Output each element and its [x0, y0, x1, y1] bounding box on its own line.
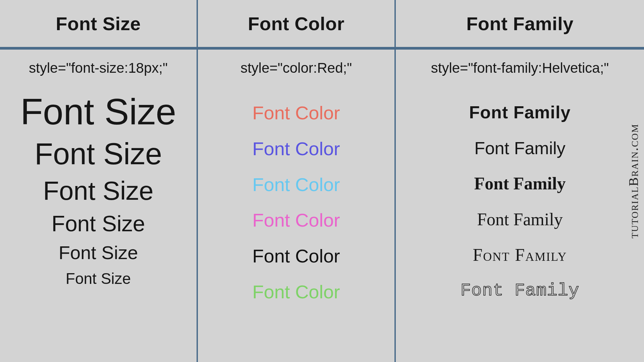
sample-font-family-6: Font Family [461, 282, 579, 300]
column-font-family: Font Family style="font-family:Helvetica… [396, 0, 644, 362]
header-font-color: Font Color [198, 0, 394, 50]
sample-font-family-1: Font Family [469, 103, 571, 122]
sample-font-color-5: Font Color [252, 246, 340, 266]
watermark: tutorialBrain.com [626, 124, 641, 238]
sample-font-size-3: Font Size [43, 178, 153, 204]
column-font-color: Font Color style="color:Red;" Font Color… [198, 0, 396, 362]
sample-font-size-2: Font Size [35, 139, 162, 169]
column-font-size: Font Size style="font-size:18px;" Font S… [0, 0, 198, 362]
samples-font-size: Font Size Font Size Font Size Font Size … [0, 86, 197, 286]
code-font-color: style="color:Red;" [198, 50, 394, 86]
sample-font-size-6: Font Size [66, 271, 131, 286]
sample-font-color-2: Font Color [252, 139, 340, 159]
sample-font-color-4: Font Color [252, 210, 340, 230]
sample-font-family-4: Font Family [477, 210, 563, 229]
sample-font-size-1: Font Size [20, 93, 176, 130]
samples-font-family: Font Family Font Family Font Family Font… [396, 86, 644, 300]
sample-font-color-1: Font Color [252, 103, 340, 123]
sample-font-size-4: Font Size [52, 213, 145, 235]
sample-font-color-3: Font Color [252, 175, 340, 195]
header-font-size: Font Size [0, 0, 197, 50]
header-font-family: Font Family [396, 0, 644, 50]
sample-font-color-6: Font Color [252, 282, 340, 302]
sample-font-family-5: Font Family [473, 246, 567, 264]
samples-font-color: Font Color Font Color Font Color Font Co… [198, 86, 394, 302]
font-comparison-grid: Font Size style="font-size:18px;" Font S… [0, 0, 644, 362]
code-font-size: style="font-size:18px;" [0, 50, 197, 86]
code-font-family: style="font-family:Helvetica;" [396, 50, 644, 86]
sample-font-size-5: Font Size [59, 243, 138, 262]
sample-font-family-3: Font Family [474, 175, 566, 193]
sample-font-family-2: Font Family [474, 139, 566, 158]
